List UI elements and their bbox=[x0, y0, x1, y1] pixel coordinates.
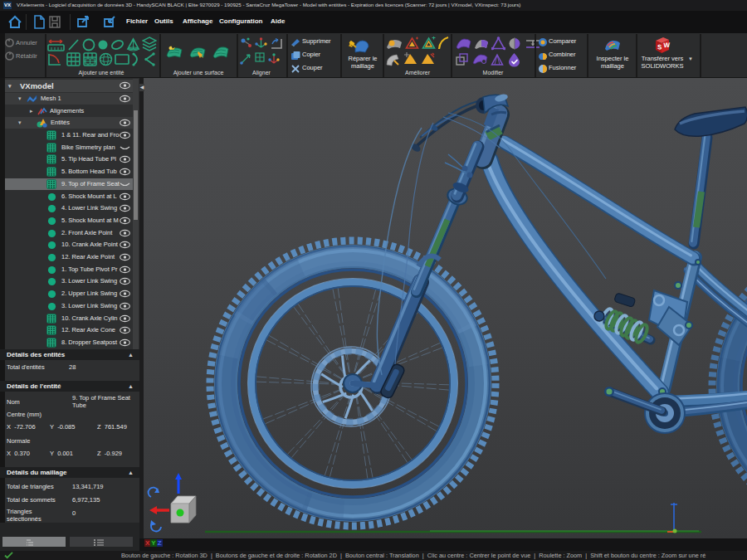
svg-text:S: S bbox=[657, 43, 662, 51]
svg-text:W: W bbox=[664, 41, 671, 49]
